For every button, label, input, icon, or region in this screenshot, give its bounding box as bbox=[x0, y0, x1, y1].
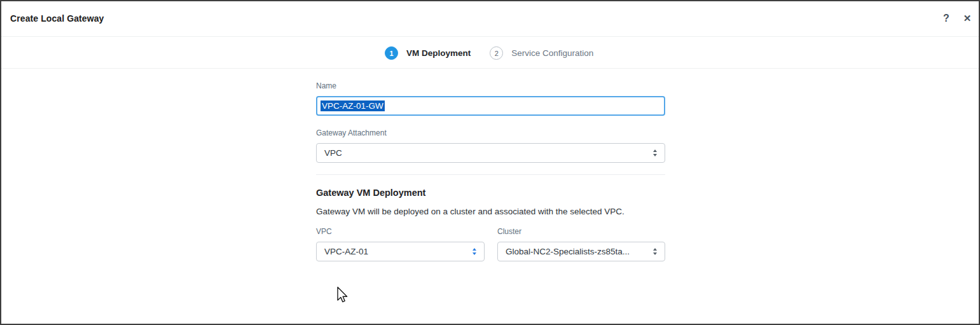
dialog-title: Create Local Gateway bbox=[10, 13, 104, 24]
section-divider bbox=[316, 174, 665, 175]
vpc-label: VPC bbox=[316, 227, 332, 236]
help-icon[interactable]: ? bbox=[939, 11, 953, 25]
step-vm-deployment[interactable]: 1 VM Deployment bbox=[385, 46, 471, 60]
section-description: Gateway VM will be deployed on a cluster… bbox=[316, 207, 625, 216]
vpc-value: VPC-AZ-01 bbox=[324, 247, 368, 256]
name-input[interactable]: VPC-AZ-01-GW bbox=[316, 96, 665, 116]
gateway-attachment-select[interactable]: VPC bbox=[316, 143, 665, 163]
step-2-label: Service Configuration bbox=[511, 48, 593, 58]
updown-arrows-icon bbox=[473, 248, 476, 255]
gateway-attachment-value: VPC bbox=[324, 148, 342, 158]
updown-arrows-icon bbox=[653, 149, 657, 156]
cluster-value: Global-NC2-Specialists-zs85ta... bbox=[506, 247, 630, 256]
mouse-cursor-icon bbox=[336, 286, 349, 305]
step-2-indicator: 2 bbox=[490, 46, 503, 60]
wizard-stepper: 1 VM Deployment 2 Service Configuration bbox=[385, 46, 593, 60]
step-1-label: VM Deployment bbox=[406, 48, 471, 58]
name-input-selected-text: VPC-AZ-01-GW bbox=[321, 100, 385, 111]
gateway-attachment-label: Gateway Attachment bbox=[316, 128, 387, 137]
cluster-select[interactable]: Global-NC2-Specialists-zs85ta... bbox=[497, 242, 665, 261]
updown-arrows-icon bbox=[653, 248, 657, 255]
name-label: Name bbox=[316, 81, 336, 90]
vpc-select[interactable]: VPC-AZ-01 bbox=[316, 242, 485, 261]
create-local-gateway-dialog: Create Local Gateway ? ✕ 1 VM Deployment… bbox=[0, 0, 980, 325]
step-service-configuration[interactable]: 2 Service Configuration bbox=[490, 46, 593, 60]
section-heading: Gateway VM Deployment bbox=[316, 188, 425, 198]
stepper-divider bbox=[1, 68, 979, 69]
cluster-label: Cluster bbox=[497, 227, 521, 236]
close-icon[interactable]: ✕ bbox=[960, 11, 974, 25]
header-divider bbox=[1, 36, 979, 37]
step-1-indicator: 1 bbox=[385, 46, 398, 60]
